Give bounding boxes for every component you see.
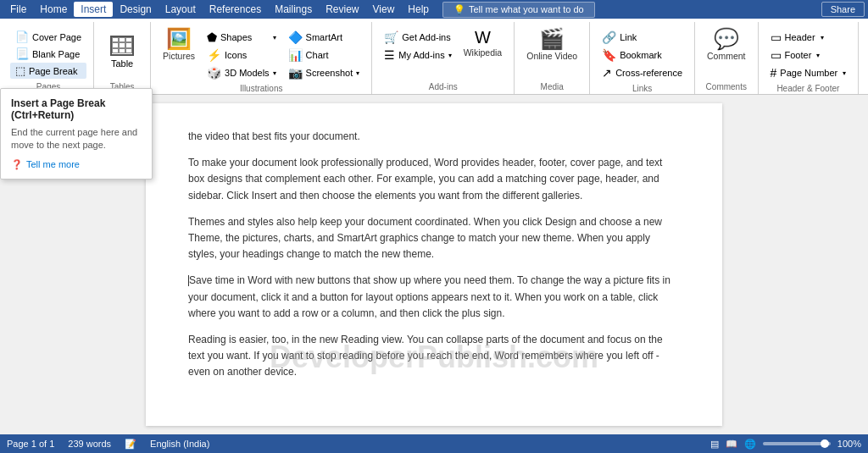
- wikipedia-label: Wikipedia: [464, 47, 503, 58]
- ribbon-group-header-footer: ▭ Header ▾ ▭ Footer ▾ # Page Number ▾ He…: [759, 22, 860, 94]
- page-number-label: Page Number: [780, 68, 837, 78]
- header-dropdown-icon: ▾: [821, 34, 824, 41]
- ribbon-group-text: A Text Box A WordArt ▾ A Drop Cap ▾ ✏️ S…: [859, 22, 868, 94]
- links-col: 🔗 Link 🔖 Bookmark ↗ Cross-reference: [597, 25, 687, 81]
- bookmark-btn[interactable]: 🔖 Bookmark: [597, 47, 687, 64]
- menu-home[interactable]: Home: [33, 2, 74, 17]
- menu-design[interactable]: Design: [113, 2, 158, 17]
- wikipedia-icon: W: [475, 29, 491, 46]
- menu-help[interactable]: Help: [401, 2, 436, 17]
- comments-group-label: Comments: [702, 80, 751, 94]
- ribbon-group-addins: 🛒 Get Add-ins ☰ My Add-ins ▾ W Wikipedia…: [372, 22, 515, 94]
- comment-label: Comment: [707, 51, 746, 62]
- menu-view[interactable]: View: [366, 2, 402, 17]
- page-indicator: Page 1 of 1: [7, 439, 54, 449]
- tell-me-input[interactable]: 💡 Tell me what you want to do: [442, 2, 595, 18]
- get-addins-icon: 🛒: [384, 30, 398, 44]
- bookmark-icon: 🔖: [602, 48, 616, 62]
- cover-page-label: Cover Page: [32, 32, 81, 42]
- header-footer-col: ▭ Header ▾ ▭ Footer ▾ # Page Number ▾: [765, 25, 852, 81]
- zoom-thumb: [821, 439, 829, 448]
- link-btn[interactable]: 🔗 Link: [597, 29, 687, 46]
- cover-page-btn[interactable]: 📄 Cover Page: [10, 29, 86, 45]
- my-addins-icon: ☰: [384, 48, 395, 62]
- table-btn[interactable]: Table: [101, 25, 143, 78]
- illustrations-col: ⬟ Shapes ▾ ⚡ Icons 🎲 3D Models ▾: [202, 25, 281, 81]
- illustrations-items: 🖼️ Pictures ⬟ Shapes ▾ ⚡ Icons 🎲 3D Mode…: [158, 22, 364, 81]
- tooltip-title: Insert a Page Break (Ctrl+Return): [11, 97, 142, 121]
- screenshot-label: Screenshot: [306, 68, 353, 78]
- lightbulb-icon: 💡: [453, 4, 465, 15]
- paragraph-0: the video that best fits your document.: [188, 129, 680, 145]
- online-video-btn[interactable]: 🎬 Online Video: [521, 25, 582, 78]
- blank-page-btn[interactable]: 📃 Blank Page: [10, 46, 86, 62]
- footer-btn[interactable]: ▭ Footer ▾: [765, 47, 852, 64]
- 3dmodels-label: 3D Models: [225, 68, 270, 78]
- paragraph-4: Reading is easier, too, in the new Readi…: [188, 332, 680, 381]
- view-web-icon[interactable]: 🌐: [744, 439, 756, 450]
- comment-btn[interactable]: 💬 Comment: [702, 25, 751, 78]
- page-number-icon: #: [771, 66, 777, 80]
- tooltip-popup: Insert a Page Break (Ctrl+Return) End th…: [0, 88, 153, 180]
- comment-icon: 💬: [714, 29, 739, 49]
- ribbon-group-tables: Table Tables: [94, 22, 151, 94]
- menu-mailings[interactable]: Mailings: [268, 2, 319, 17]
- header-footer-items: ▭ Header ▾ ▭ Footer ▾ # Page Number ▾: [765, 22, 852, 81]
- tooltip-description: End the current page here and move to th…: [11, 126, 142, 152]
- icons-icon: ⚡: [207, 48, 221, 62]
- blank-page-icon: 📃: [15, 47, 29, 60]
- get-addins-label: Get Add-ins: [402, 32, 450, 42]
- menu-review[interactable]: Review: [319, 2, 365, 17]
- page-break-label: Page Break: [29, 66, 77, 76]
- word-count: 239 words: [68, 439, 111, 449]
- icons-btn[interactable]: ⚡ Icons: [202, 47, 281, 64]
- menu-layout[interactable]: Layout: [159, 2, 203, 17]
- cross-reference-btn[interactable]: ↗ Cross-reference: [597, 64, 687, 81]
- get-addins-btn[interactable]: 🛒 Get Add-ins: [379, 29, 456, 46]
- addins-col: 🛒 Get Add-ins ☰ My Add-ins ▾: [379, 25, 456, 64]
- tables-items: Table: [101, 22, 143, 80]
- screenshot-btn[interactable]: 📷 Screenshot ▾: [283, 64, 365, 81]
- page-number-dropdown-icon: ▾: [843, 69, 846, 77]
- menu-insert[interactable]: Insert: [74, 2, 113, 17]
- zoom-slider[interactable]: [763, 442, 831, 445]
- footer-label: Footer: [785, 50, 812, 60]
- 3dmodels-btn[interactable]: 🎲 3D Models ▾: [202, 64, 281, 81]
- menu-references[interactable]: References: [203, 2, 268, 17]
- ribbon-group-pages: 📄 Cover Page 📃 Blank Page ⬚ Page Break P…: [3, 22, 94, 94]
- menu-file[interactable]: File: [3, 2, 33, 17]
- chart-btn[interactable]: 📊 Chart: [283, 47, 365, 64]
- ribbon-group-comments: 💬 Comment Comments: [695, 22, 759, 94]
- pages-items: 📄 Cover Page 📃 Blank Page ⬚ Page Break: [10, 22, 86, 80]
- pictures-btn[interactable]: 🖼️ Pictures: [158, 25, 200, 78]
- footer-dropdown-icon: ▾: [816, 52, 820, 59]
- pictures-icon: 🖼️: [166, 29, 192, 49]
- pages-col: 📄 Cover Page 📃 Blank Page ⬚ Page Break: [10, 25, 86, 79]
- my-addins-btn[interactable]: ☰ My Add-ins ▾: [379, 47, 456, 64]
- page-number-btn[interactable]: # Page Number ▾: [765, 64, 852, 81]
- tooltip-tell-me-more[interactable]: ❓ Tell me more: [11, 159, 142, 170]
- paragraph-2: Themes and styles also help keep your do…: [188, 214, 680, 263]
- ribbon: 📄 Cover Page 📃 Blank Page ⬚ Page Break P…: [0, 19, 868, 95]
- table-icon: [110, 36, 134, 56]
- media-group-label: Media: [521, 80, 582, 94]
- view-normal-icon[interactable]: ▤: [710, 439, 719, 450]
- illustrations-group-label: Illustrations: [158, 81, 364, 96]
- illustrations-col2: 🔷 SmartArt 📊 Chart 📷 Screenshot ▾: [283, 25, 365, 81]
- header-label: Header: [785, 32, 815, 42]
- view-read-icon[interactable]: 📖: [726, 439, 737, 450]
- footer-icon: ▭: [771, 48, 782, 62]
- addins-group-label: Add-ins: [379, 80, 507, 94]
- help-circle-icon: ❓: [11, 159, 23, 170]
- wikipedia-btn[interactable]: W Wikipedia: [459, 25, 508, 78]
- tell-me-label: Tell me what you want to do: [469, 4, 584, 14]
- screenshot-icon: 📷: [288, 66, 303, 80]
- header-btn[interactable]: ▭ Header ▾: [765, 29, 852, 46]
- shapes-btn[interactable]: ⬟ Shapes ▾: [202, 29, 281, 46]
- share-button[interactable]: Share: [821, 2, 865, 17]
- page-break-btn[interactable]: ⬚ Page Break: [10, 63, 86, 79]
- addins-items: 🛒 Get Add-ins ☰ My Add-ins ▾ W Wikipedia: [379, 22, 507, 80]
- document-page[interactable]: the video that best fits your document. …: [146, 103, 722, 426]
- comments-items: 💬 Comment: [702, 22, 751, 80]
- smartart-btn[interactable]: 🔷 SmartArt: [283, 29, 365, 46]
